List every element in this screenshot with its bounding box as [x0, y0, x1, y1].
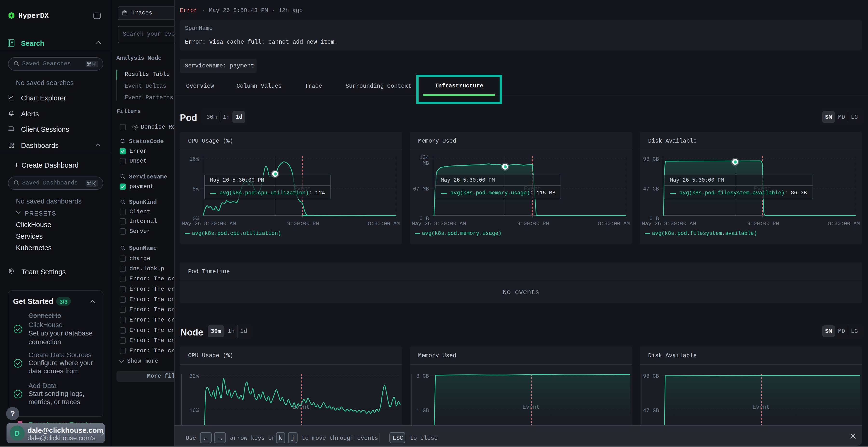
svg-text:67 MB: 67 MB: [413, 186, 429, 192]
svg-text:1 GB: 1 GB: [416, 408, 429, 414]
svg-text:8:30:00 AM: 8:30:00 AM: [368, 221, 400, 227]
svg-text:47 GB: 47 GB: [643, 186, 659, 192]
svg-text:MB: MB: [423, 161, 429, 166]
svg-text:8:30:00 AM: 8:30:00 AM: [828, 221, 860, 227]
svg-text:16%: 16%: [189, 156, 199, 162]
svg-text:32%: 32%: [189, 373, 199, 379]
svg-text:47 GB: 47 GB: [643, 408, 659, 414]
svg-text:May 26 8:30:00 AM: May 26 8:30:00 AM: [642, 221, 696, 227]
svg-text:134: 134: [419, 154, 429, 161]
svg-text:93 GB: 93 GB: [643, 373, 659, 379]
svg-text:8:30:00 AM: 8:30:00 AM: [598, 221, 630, 227]
svg-text:9:00:00 PM: 9:00:00 PM: [517, 221, 549, 227]
svg-text:93 GB: 93 GB: [643, 156, 659, 162]
svg-text:16%: 16%: [189, 408, 199, 414]
svg-text:3 GB: 3 GB: [416, 373, 429, 379]
svg-text:8%: 8%: [193, 186, 199, 192]
svg-text:May 26 8:30:00 AM: May 26 8:30:00 AM: [412, 221, 466, 227]
svg-text:9:00:00 PM: 9:00:00 PM: [287, 221, 319, 227]
svg-text:May 26 8:30:00 AM: May 26 8:30:00 AM: [182, 221, 236, 227]
svg-text:9:00:00 PM: 9:00:00 PM: [747, 221, 779, 227]
